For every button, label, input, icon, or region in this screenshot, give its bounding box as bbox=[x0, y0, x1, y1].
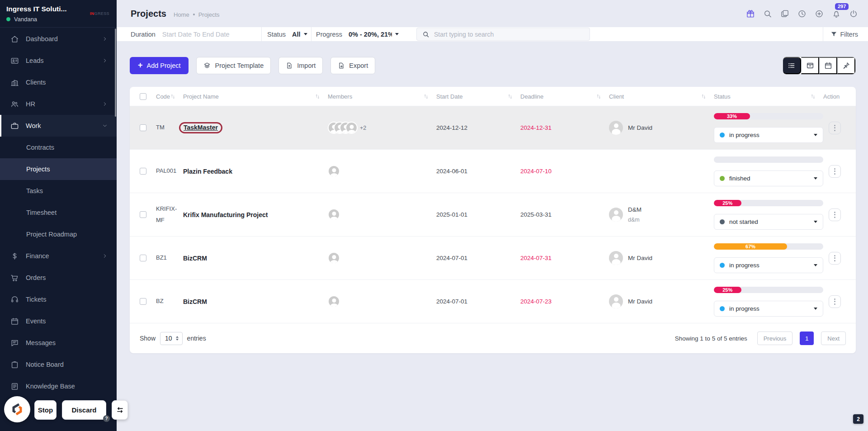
deadline-date: 2024-07-10 bbox=[520, 168, 609, 175]
status-dot bbox=[720, 133, 725, 137]
row-checkbox[interactable] bbox=[140, 211, 146, 218]
duration-range-input[interactable] bbox=[162, 31, 244, 38]
sidebar-item-orders[interactable]: Orders bbox=[0, 267, 117, 289]
breadcrumb-separator bbox=[193, 14, 195, 15]
next-page-button[interactable]: Next bbox=[821, 332, 846, 345]
file-import-icon bbox=[286, 62, 293, 69]
calendar-view-button[interactable] bbox=[819, 57, 837, 74]
sort-icon[interactable] bbox=[315, 94, 321, 99]
per-page-select[interactable]: 10 bbox=[160, 332, 183, 345]
sort-icon[interactable] bbox=[701, 94, 707, 99]
status-filter-dropdown[interactable]: All bbox=[292, 31, 307, 38]
project-name-link[interactable]: TaskMaster bbox=[183, 122, 328, 133]
row-actions-button[interactable] bbox=[829, 122, 841, 134]
sidebar-item-projects[interactable]: Projects bbox=[0, 158, 117, 180]
add-project-button[interactable]: + Add Project bbox=[130, 57, 189, 74]
pages-icon[interactable] bbox=[780, 5, 789, 22]
previous-page-button[interactable]: Previous bbox=[757, 332, 793, 345]
clock-icon[interactable] bbox=[797, 5, 807, 22]
sidebar-item-finance[interactable]: Finance bbox=[0, 245, 117, 267]
sidebar-item-work[interactable]: Work bbox=[0, 115, 117, 137]
row-actions-button[interactable] bbox=[829, 295, 841, 308]
row-actions-button[interactable] bbox=[829, 208, 841, 221]
import-button[interactable]: Import bbox=[278, 57, 323, 74]
kebab-dot bbox=[834, 301, 835, 302]
kebab-dot bbox=[834, 127, 835, 128]
chevron-down-icon bbox=[304, 33, 307, 35]
show-label: Show bbox=[140, 335, 156, 342]
row-actions-button[interactable] bbox=[829, 252, 841, 265]
gift-icon[interactable] bbox=[746, 5, 755, 22]
pinned-view-button[interactable] bbox=[837, 57, 855, 74]
sidebar-item-contracts[interactable]: Contracts bbox=[0, 137, 117, 158]
status-select[interactable]: in progress bbox=[714, 301, 823, 317]
progress-filter-dropdown[interactable]: 0% - 20%, 21% bbox=[349, 31, 399, 38]
sidebar-item-knowledge-base[interactable]: Knowledge Base bbox=[0, 375, 117, 397]
row-actions-button[interactable] bbox=[829, 165, 841, 178]
status-dot bbox=[720, 219, 725, 224]
project-name-link[interactable]: Plazin Feedback bbox=[183, 168, 328, 175]
power-icon[interactable] bbox=[849, 5, 858, 22]
chevron-down-icon bbox=[814, 308, 817, 310]
sidebar-item-project-roadmap[interactable]: Project Roadmap bbox=[0, 223, 117, 245]
list-view-button[interactable] bbox=[783, 57, 801, 74]
sidebar-item-events[interactable]: Events bbox=[0, 310, 117, 332]
help-button[interactable]: ? bbox=[103, 415, 110, 422]
sidebar-item-label: Events bbox=[26, 317, 46, 325]
start-date: 2025-01-01 bbox=[436, 211, 520, 218]
sidebar-item-messages[interactable]: Messages bbox=[0, 332, 117, 354]
status-cell: 67%in progress bbox=[714, 243, 823, 273]
status-select[interactable]: in progress bbox=[714, 257, 823, 273]
filters-button[interactable]: Filters bbox=[830, 31, 858, 38]
swap-arrows-icon bbox=[116, 406, 124, 414]
page-number-button[interactable]: 1 bbox=[800, 332, 814, 345]
sort-icon[interactable] bbox=[170, 94, 176, 99]
sidebar-item-leads[interactable]: Leads bbox=[0, 50, 117, 71]
status-select[interactable]: finished bbox=[714, 171, 823, 186]
export-button[interactable]: Export bbox=[330, 57, 375, 74]
sidebar-item-notice-board[interactable]: Notice Board bbox=[0, 354, 117, 375]
sidebar-item-dashboard[interactable]: Dashboard bbox=[0, 28, 117, 50]
breadcrumb-home[interactable]: Home bbox=[174, 11, 189, 18]
discard-button[interactable]: Discard bbox=[62, 400, 106, 420]
divider bbox=[823, 27, 823, 42]
sort-icon[interactable] bbox=[810, 94, 816, 99]
select-all-checkbox[interactable] bbox=[140, 93, 146, 100]
stop-button[interactable]: Stop bbox=[34, 400, 57, 420]
project-template-button[interactable]: Project Template bbox=[196, 57, 271, 74]
row-checkbox[interactable] bbox=[140, 124, 146, 131]
search-input[interactable] bbox=[434, 31, 584, 38]
swap-arrows-button[interactable] bbox=[112, 400, 128, 420]
sort-icon[interactable] bbox=[423, 94, 429, 99]
table-row: TMTaskMaster+22024-12-122024-12-31Mr Dav… bbox=[130, 106, 856, 149]
recorder-logo-button[interactable] bbox=[4, 396, 30, 422]
row-checkbox[interactable] bbox=[140, 255, 146, 261]
member-avatar bbox=[328, 208, 340, 221]
board-view-button[interactable] bbox=[801, 57, 819, 74]
sidebar-item-tickets[interactable]: Tickets bbox=[0, 289, 117, 310]
status-select[interactable]: in progress bbox=[714, 127, 823, 143]
progress-bar: 33% bbox=[714, 113, 823, 119]
row-checkbox[interactable] bbox=[140, 298, 146, 305]
sidebar-item-timesheet[interactable]: Timesheet bbox=[0, 202, 117, 223]
clients-icon bbox=[10, 78, 19, 87]
sort-icon[interactable] bbox=[596, 94, 602, 99]
view-switcher bbox=[783, 57, 856, 75]
row-checkbox[interactable] bbox=[140, 168, 146, 175]
bell-icon[interactable]: 297 bbox=[832, 5, 841, 22]
project-name-link[interactable]: BizCRM bbox=[183, 255, 328, 262]
status-select[interactable]: not started bbox=[714, 214, 823, 230]
search-icon[interactable] bbox=[763, 5, 772, 22]
project-name-link[interactable]: BizCRM bbox=[183, 298, 328, 305]
sidebar-scrollbar[interactable] bbox=[115, 28, 116, 117]
sidebar-item-hr[interactable]: HR bbox=[0, 93, 117, 115]
leads-icon bbox=[10, 57, 19, 65]
plus-circle-icon[interactable] bbox=[815, 5, 824, 22]
sidebar-item-clients[interactable]: Clients bbox=[0, 71, 117, 93]
page-header: Projects Home Projects 297 bbox=[117, 0, 868, 27]
sidebar-item-tasks[interactable]: Tasks bbox=[0, 180, 117, 202]
members-cell bbox=[328, 208, 436, 221]
project-name-link[interactable]: Krifix Manufacturing Project bbox=[183, 211, 328, 218]
sort-icon[interactable] bbox=[507, 94, 513, 99]
progress-bar: 67% bbox=[714, 243, 823, 250]
